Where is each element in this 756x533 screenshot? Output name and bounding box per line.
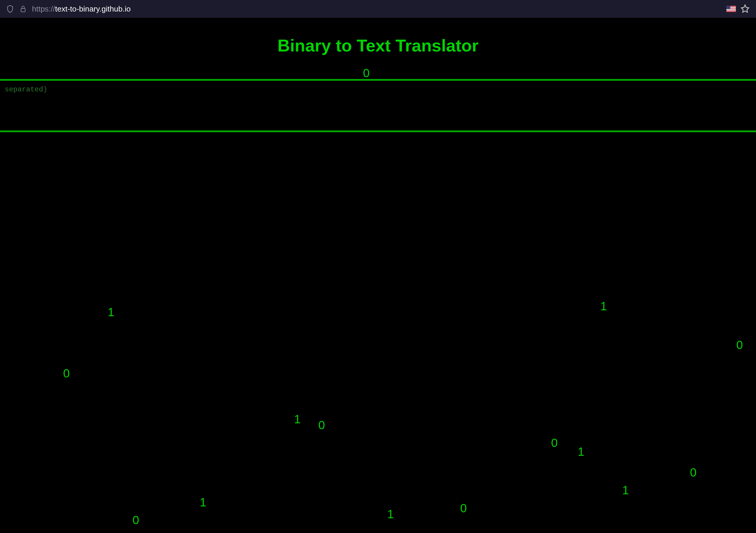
floating-digit: 1: [108, 306, 114, 319]
binary-input[interactable]: [0, 79, 756, 132]
floating-digit: 0: [363, 66, 369, 80]
browser-address-bar: https://text-to-binary.github.io: [0, 0, 756, 18]
floating-digit: 0: [690, 466, 696, 479]
url-protocol: https://: [32, 4, 55, 13]
input-container: [0, 79, 756, 133]
url-display[interactable]: https://text-to-binary.github.io: [32, 4, 130, 13]
floating-digit: 1: [294, 413, 300, 426]
url-domain: text-to-binary.github.io: [55, 4, 130, 13]
flag-icon[interactable]: [726, 6, 736, 12]
floating-digit: 1: [600, 300, 607, 313]
svg-rect-0: [21, 9, 25, 12]
shield-icon[interactable]: [6, 5, 14, 13]
page-title: Binary to Text Translator: [0, 36, 756, 55]
floating-digit: 1: [622, 484, 629, 497]
floating-digit: 0: [63, 367, 69, 380]
floating-digit: 1: [387, 508, 394, 521]
bookmark-star-icon[interactable]: [741, 4, 750, 13]
floating-digit: 1: [200, 496, 206, 509]
floating-digit: 0: [133, 514, 139, 527]
lock-icon[interactable]: [19, 5, 27, 13]
browser-right-icons: [726, 4, 750, 13]
floating-digit: 1: [578, 445, 584, 458]
browser-security-icons: [6, 5, 27, 13]
floating-digit: 0: [551, 436, 558, 449]
floating-digit: 0: [460, 502, 467, 515]
floating-digit: 0: [737, 338, 743, 352]
floating-digit: 0: [318, 419, 325, 432]
